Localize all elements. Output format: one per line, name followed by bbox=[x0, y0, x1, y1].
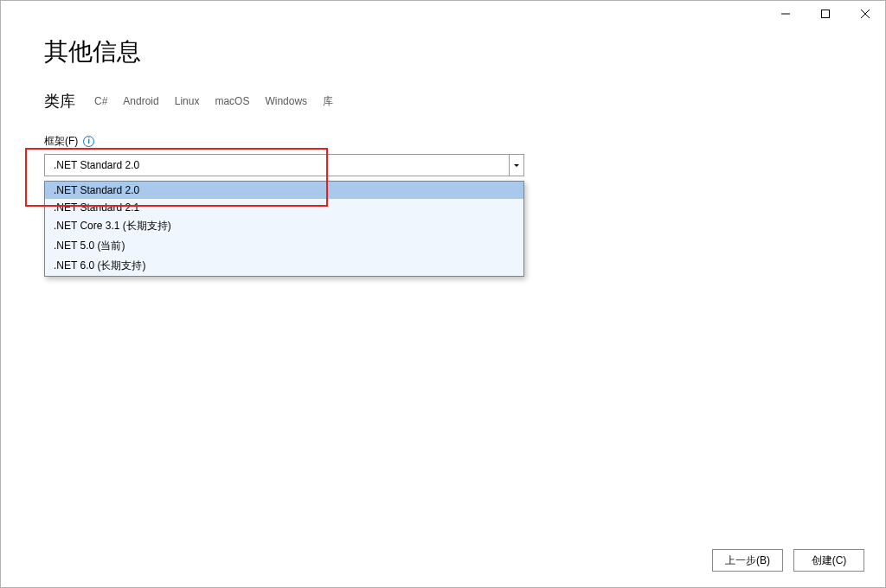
footer-buttons: 上一步(B) 创建(C) bbox=[712, 549, 864, 572]
tags-row: 类库 C# Android Linux macOS Windows 库 bbox=[44, 91, 842, 112]
tag-csharp: C# bbox=[94, 93, 107, 109]
framework-selected[interactable]: .NET Standard 2.0 bbox=[45, 155, 509, 176]
minimize-icon bbox=[781, 10, 790, 18]
back-button[interactable]: 上一步(B) bbox=[712, 549, 783, 572]
tag-linux: Linux bbox=[175, 93, 200, 109]
tags-label: 类库 bbox=[44, 91, 75, 112]
tag-windows: Windows bbox=[265, 93, 307, 109]
close-icon bbox=[861, 10, 870, 18]
titlebar bbox=[1, 1, 885, 27]
minimize-button[interactable] bbox=[766, 1, 806, 27]
maximize-icon bbox=[821, 10, 830, 18]
tag-android: Android bbox=[123, 93, 158, 109]
framework-combo-wrap: .NET Standard 2.0 .NET Standard 2.0 .NET… bbox=[44, 154, 524, 176]
combobox-toggle[interactable] bbox=[509, 155, 523, 176]
framework-option[interactable]: .NET Standard 2.0 bbox=[45, 182, 523, 199]
framework-dropdown: .NET Standard 2.0 .NET Standard 2.1 .NET… bbox=[44, 181, 524, 277]
page-title: 其他信息 bbox=[44, 35, 842, 68]
create-button[interactable]: 创建(C) bbox=[793, 549, 864, 572]
close-button[interactable] bbox=[845, 1, 885, 27]
svg-rect-1 bbox=[822, 10, 830, 18]
maximize-button[interactable] bbox=[806, 1, 845, 27]
framework-combobox[interactable]: .NET Standard 2.0 bbox=[44, 154, 524, 176]
info-icon[interactable]: i bbox=[83, 136, 94, 147]
framework-option[interactable]: .NET 6.0 (长期支持) bbox=[45, 256, 523, 276]
framework-label-row: 框架(F) i bbox=[44, 134, 842, 149]
tag-library: 库 bbox=[323, 93, 333, 111]
dialog-window: 其他信息 类库 C# Android Linux macOS Windows 库… bbox=[0, 0, 886, 588]
tag-macos: macOS bbox=[215, 93, 249, 109]
framework-option[interactable]: .NET 5.0 (当前) bbox=[45, 236, 523, 256]
framework-option[interactable]: .NET Core 3.1 (长期支持) bbox=[45, 216, 523, 236]
framework-option[interactable]: .NET Standard 2.1 bbox=[45, 199, 523, 216]
content-area: 其他信息 类库 C# Android Linux macOS Windows 库… bbox=[1, 27, 885, 176]
framework-label: 框架(F) bbox=[44, 134, 78, 149]
